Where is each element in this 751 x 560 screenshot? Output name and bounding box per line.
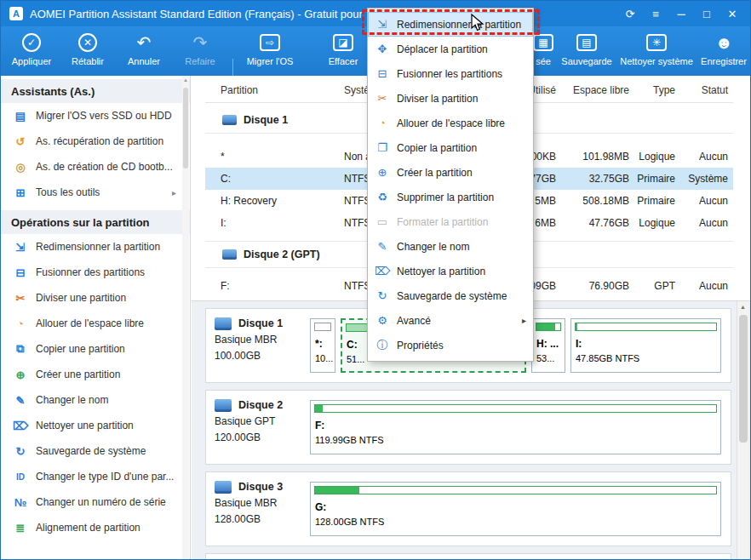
undo-icon: ↶ — [118, 31, 169, 54]
minimize-button[interactable]: ─ — [668, 8, 694, 20]
merge-partitions-icon: ⊟ — [375, 67, 390, 80]
allocate-free-space-icon: ◔ — [13, 317, 28, 330]
allocate-free-space-icon: ◔ — [375, 117, 390, 129]
chevron-right-icon: ▸ — [172, 188, 176, 197]
menu-item-merge-partitions[interactable]: ⊟ Fusionner les partitions — [368, 61, 533, 86]
toolbar-button-clean-system[interactable]: ✳ Nettoyer système — [619, 30, 694, 74]
alignment-icon: ≣ — [13, 522, 28, 534]
window-controls: ⟳ ≡ ─ □ ✕ — [617, 1, 745, 26]
toolbar-button-redo: ↷ Refaire — [175, 30, 226, 74]
properties-icon: ⓘ — [375, 338, 390, 353]
merge-partitions-icon: ⊟ — [13, 266, 28, 279]
disk-map-scrollbar[interactable]: ▲ — [737, 301, 748, 559]
all-tools-icon: ⊞ — [13, 186, 28, 199]
apply-icon: ✓ — [6, 31, 57, 54]
toolbar-button-migrate-os[interactable]: ⇨ Migrer l'OS — [239, 30, 301, 74]
partition-block-h[interactable]: H: ... 53... — [531, 318, 565, 373]
wipe-partition-icon: ⌦ — [13, 420, 28, 432]
sidebar-item-wipe-partition[interactable]: ⌦ Nettoyer une partition — [1, 413, 190, 438]
submenu-arrow-icon: ▸ — [522, 316, 526, 325]
menu-item-allocate-free-space[interactable]: ◔ Allouer de l'espace libre — [368, 111, 533, 135]
resize-partition-icon: ⇲ — [13, 241, 28, 254]
scroll-up-icon[interactable]: ▲ — [182, 77, 189, 83]
toolbar-button-apply[interactable]: ✓ Appliquer — [6, 30, 57, 74]
copy-partition-icon: ⧉ — [13, 342, 28, 356]
sidebar-item-allocate-free-space[interactable]: ◔ Allouer de l'espace libre — [1, 311, 190, 336]
bootable-cd-icon: ◎ — [13, 161, 28, 174]
menu-item-move-partition[interactable]: ✥ Déplacer la partition — [368, 37, 533, 61]
move-partition-icon: ✥ — [375, 43, 390, 55]
sidebar-item-partition-alignment[interactable]: ≣ Alignement de partition — [1, 515, 190, 540]
scroll-up-icon[interactable]: ▲ — [737, 301, 748, 313]
disk-panel-3: Disque 3 Basique MBR 128.00GB G: 128.00G… — [205, 471, 731, 546]
resize-partition-icon: ⇲ — [375, 18, 390, 31]
migrate-os-icon: ⇨ — [239, 31, 301, 54]
sidebar-item-copy-partition[interactable]: ⧉ Copier une partition — [1, 336, 190, 362]
disk-panel-partial — [205, 553, 731, 560]
menu-item-wipe-partition[interactable]: ⌦ Nettoyer la partition — [368, 259, 533, 283]
menu-item-copy-partition[interactable]: ❐ Copier la partition — [368, 135, 533, 160]
sidebar-item-rename[interactable]: ✎ Changer le nom — [1, 387, 190, 413]
menu-item-delete-partition[interactable]: ♻ Supprimer la partition — [368, 185, 533, 209]
rename-icon: ✎ — [375, 240, 390, 253]
menu-item-split-partition[interactable]: ✂ Diviser la partition — [368, 86, 533, 111]
split-partition-icon: ✂ — [13, 292, 28, 305]
sidebar-section-assistants: Assistants (As.) — [1, 79, 190, 103]
backup-icon: ▤ — [559, 31, 614, 54]
serial-number-icon: № — [13, 496, 28, 509]
sidebar-item-all-tools[interactable]: ⊞ Tous les outils ▸ — [1, 180, 190, 205]
system-backup-icon: ↻ — [13, 445, 28, 458]
create-partition-icon: ⊕ — [375, 166, 390, 179]
sidebar-item-system-backup[interactable]: ↻ Sauvegarde de système — [1, 438, 190, 464]
disk-icon — [222, 249, 237, 260]
maximize-button[interactable]: □ — [694, 8, 719, 20]
sidebar-item-migrate-os[interactable]: ▤ Migrer l'OS vers SSD ou HDD — [1, 103, 190, 129]
disk-icon — [215, 481, 232, 494]
disk-map-scrollbar-thumb[interactable] — [739, 315, 748, 443]
redo-icon: ↷ — [175, 31, 226, 54]
disk-icon — [222, 115, 237, 125]
menu-item-system-backup[interactable]: ↻ Sauvegarde de système — [368, 283, 533, 308]
sidebar-scrollbar-thumb[interactable] — [183, 88, 188, 169]
partition-block-g[interactable]: G: 128.00GB NTFS — [310, 482, 721, 536]
erase-icon: ◪ — [316, 31, 370, 54]
toolbar-button-backup[interactable]: ▤ Sauvegarde — [559, 30, 614, 74]
sidebar: Assistants (As.) ▤ Migrer l'OS vers SSD … — [1, 76, 191, 559]
sidebar-section-partition-operations: Opérations sur la partition — [1, 210, 190, 234]
menu-item-create-partition[interactable]: ⊕ Créer la partition — [368, 160, 533, 185]
context-menu: ⇲ Redimensionner la partition ✥ Déplacer… — [367, 8, 534, 362]
hamburger-menu-icon[interactable]: ≡ — [643, 8, 668, 20]
sidebar-item-create-partition[interactable]: ⊕ Créer une partition — [1, 362, 190, 387]
copy-partition-icon: ❐ — [375, 141, 390, 154]
wipe-partition-icon: ⌦ — [375, 265, 390, 277]
refresh-icon[interactable]: ⟳ — [617, 8, 643, 20]
menu-item-resize-partition[interactable]: ⇲ Redimensionner la partition — [368, 12, 533, 37]
sidebar-item-bootable-cd[interactable]: ◎ As. de création de CD bootb... — [1, 154, 190, 180]
sidebar-item-change-type-id[interactable]: ID Changer le type ID d'une par... — [1, 464, 190, 489]
discard-icon: ✕ — [62, 31, 113, 54]
toolbar-button-register[interactable]: ☻ Enregistrer — [699, 30, 748, 74]
sidebar-item-change-serial-number[interactable]: № Changer un numéro de série — [1, 489, 190, 515]
toolbar-button-undo[interactable]: ↶ Annuler — [118, 30, 169, 74]
delete-partition-icon: ♻ — [375, 191, 390, 203]
sidebar-item-merge-partitions[interactable]: ⊟ Fusionner des partitions — [1, 260, 190, 285]
close-button[interactable]: ✕ — [719, 8, 745, 20]
toolbar-button-discard[interactable]: ✕ Rétablir — [62, 30, 113, 74]
sidebar-scrollbar[interactable]: ▲ — [182, 76, 189, 559]
menu-item-rename[interactable]: ✎ Changer le nom — [368, 234, 533, 259]
menu-item-advanced[interactable]: ⚙ Avancé ▸ — [368, 308, 533, 333]
change-type-id-icon: ID — [13, 472, 28, 482]
partition-block-i[interactable]: I: 47.85GB NTFS — [570, 318, 721, 373]
app-title: AOMEI Partition Assistant Standard Editi… — [30, 8, 363, 20]
menu-item-format-partition: ▭ Formater la partition — [368, 209, 533, 234]
sidebar-item-resize-partition[interactable]: ⇲ Redimensionner la partition — [1, 234, 190, 260]
register-icon: ☻ — [699, 31, 748, 54]
toolbar-button-erase[interactable]: ◪ Effacer — [316, 30, 370, 74]
sidebar-item-partition-recovery[interactable]: ↺ As. récupération de partition — [1, 129, 190, 154]
recovery-icon: ↺ — [13, 135, 28, 148]
app-logo-icon: A — [9, 7, 23, 20]
menu-item-properties[interactable]: ⓘ Propriétés — [368, 333, 533, 357]
partition-block-f[interactable]: F: 119.99GB NTFS — [310, 400, 721, 454]
sidebar-item-split-partition[interactable]: ✂ Diviser une partition — [1, 285, 190, 311]
partition-block-unallocated[interactable]: *: 10... — [310, 318, 335, 373]
